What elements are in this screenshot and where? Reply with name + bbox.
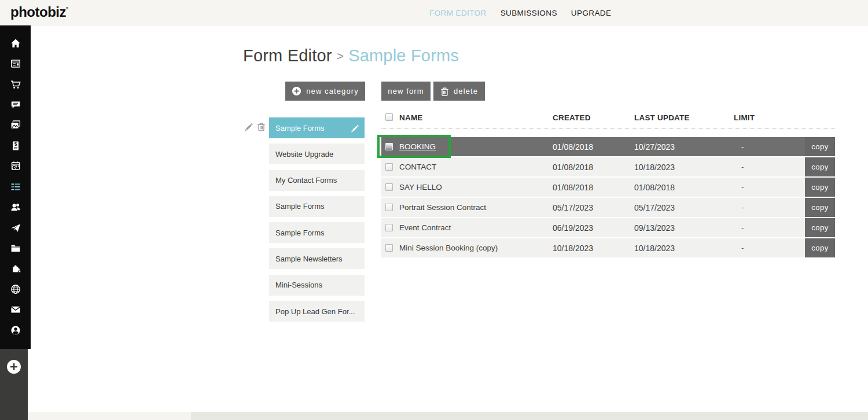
- table-row-portrait-session-contract[interactable]: Portrait Session Contract 05/17/2023 05/…: [381, 198, 835, 217]
- sidebar-item-scheduler[interactable]: [0, 156, 31, 176]
- category-item[interactable]: Sample Forms: [269, 222, 365, 243]
- copy-button[interactable]: copy: [805, 238, 835, 257]
- row-checkbox[interactable]: [385, 163, 393, 171]
- form-name-link[interactable]: BOOKING: [399, 137, 436, 156]
- created-date: 10/18/2023: [553, 238, 593, 257]
- header-last-update: LAST UPDATE: [634, 113, 690, 122]
- copy-button[interactable]: copy: [805, 218, 835, 237]
- delete-category-icon[interactable]: [257, 122, 266, 131]
- sidebar-bottom: [0, 349, 28, 420]
- table-header: NAME CREATED LAST UPDATE LIMIT: [381, 113, 835, 123]
- table-row-event-contract[interactable]: Event Contract 06/19/2023 09/13/2023 - c…: [381, 218, 835, 237]
- row-checkbox[interactable]: [385, 204, 393, 211]
- row-checkbox[interactable]: [385, 143, 393, 150]
- brand-name: photobiz: [10, 4, 66, 20]
- table-row-booking[interactable]: BOOKING 01/08/2018 10/27/2023 - copy: [381, 137, 835, 156]
- edit-category-icon[interactable]: [244, 122, 253, 131]
- trash-icon: [440, 87, 449, 96]
- copy-button[interactable]: copy: [805, 157, 835, 176]
- category-label: Mini-Sessions: [275, 281, 322, 289]
- nav-upgrade[interactable]: UPGRADE: [571, 9, 612, 17]
- envelope-icon: [10, 304, 21, 315]
- form-name-link[interactable]: CONTACT: [399, 157, 436, 176]
- table-row-mini-session-booking[interactable]: Mini Session Booking (copy) 10/18/2023 1…: [381, 238, 835, 257]
- sidebar-item-domains[interactable]: [0, 279, 31, 299]
- row-checkbox[interactable]: [385, 224, 393, 231]
- last-update-date: 05/17/2023: [634, 198, 675, 217]
- limit-value: -: [741, 238, 744, 257]
- delete-button[interactable]: delete: [433, 82, 485, 101]
- nav-form-editor[interactable]: FORM EDITOR: [429, 9, 487, 17]
- sidebar-item-mail[interactable]: [0, 300, 31, 320]
- category-item[interactable]: My Contact Forms: [269, 170, 365, 191]
- table-row-say-hello[interactable]: SAY HELLO 01/08/2018 01/08/2018 - copy: [381, 178, 835, 197]
- sidebar-item-chat[interactable]: [0, 94, 31, 115]
- created-date: 01/08/2018: [553, 137, 593, 156]
- sidebar-item-forms[interactable]: [0, 176, 31, 197]
- add-product-button[interactable]: [5, 358, 23, 378]
- header-limit: LIMIT: [734, 113, 755, 122]
- new-category-button[interactable]: new category: [285, 82, 365, 101]
- sidebar-item-files[interactable]: [0, 238, 31, 258]
- copy-button[interactable]: copy: [805, 198, 835, 217]
- svg-text:$: $: [14, 141, 17, 147]
- category-label: Website Upgrade: [275, 150, 333, 159]
- created-date: 01/08/2018: [553, 178, 593, 197]
- category-item-selected[interactable]: Sample Forms: [269, 117, 365, 138]
- limit-value: -: [741, 157, 744, 176]
- form-name-link[interactable]: Event Contract: [399, 218, 451, 237]
- copy-button[interactable]: copy: [805, 137, 835, 156]
- sidebar-item-account[interactable]: [0, 320, 31, 340]
- form-name-link[interactable]: Portrait Session Contract: [399, 198, 486, 217]
- photobiz-logo[interactable]: photobiz°: [10, 4, 68, 20]
- form-name-link[interactable]: SAY HELLO: [399, 178, 442, 197]
- category-item[interactable]: Mini-Sessions: [269, 275, 365, 296]
- form-name-link[interactable]: Mini Session Booking (copy): [399, 238, 498, 257]
- breadcrumb-current: Sample Forms: [348, 46, 459, 65]
- new-category-label: new category: [306, 87, 359, 95]
- category-item[interactable]: Sample Newsletters: [269, 248, 365, 269]
- sidebar-item-invoices[interactable]: $: [0, 135, 31, 156]
- last-update-date: 10/18/2023: [634, 238, 675, 257]
- plus-circle-icon: [292, 86, 301, 96]
- sidebar-item-website[interactable]: [0, 53, 31, 73]
- account-icon: [10, 325, 21, 336]
- category-list: Sample Forms Website Upgrade My Contact …: [269, 117, 365, 322]
- header-created: CREATED: [553, 113, 591, 122]
- sidebar-item-marketing[interactable]: [0, 218, 31, 238]
- header-divider: [381, 128, 835, 129]
- delete-label: delete: [454, 87, 478, 95]
- brand-mark: °: [66, 6, 68, 13]
- top-bar: photobiz° FORM EDITOR SUBMISSIONS UPGRAD…: [0, 0, 868, 25]
- breadcrumb-form-editor[interactable]: Form Editor: [243, 46, 332, 65]
- rename-category-icon[interactable]: [350, 124, 359, 132]
- sidebar-item-images[interactable]: [0, 115, 31, 135]
- sidebar-item-home[interactable]: [0, 33, 31, 53]
- sidebar: $: [0, 25, 31, 349]
- category-item[interactable]: Sample Forms: [269, 196, 365, 217]
- sidebar-item-clients[interactable]: [0, 197, 31, 218]
- table-row-contact[interactable]: CONTACT 01/08/2018 10/18/2023 - copy: [381, 157, 835, 176]
- new-form-label: new form: [388, 87, 424, 95]
- limit-value: -: [741, 218, 744, 237]
- app-window: photobiz° FORM EDITOR SUBMISSIONS UPGRAD…: [0, 0, 868, 420]
- row-checkbox[interactable]: [385, 244, 393, 252]
- table-body: BOOKING 01/08/2018 10/27/2023 - copy CON…: [381, 137, 835, 259]
- select-all-checkbox[interactable]: [385, 113, 393, 121]
- category-item[interactable]: Pop Up Lead Gen For...: [269, 301, 365, 322]
- breadcrumb: Form Editor>Sample Forms: [243, 46, 459, 65]
- sidebar-item-cart[interactable]: [0, 74, 31, 94]
- row-checkbox[interactable]: [385, 183, 393, 191]
- new-form-button[interactable]: new form: [381, 82, 431, 101]
- sidebar-item-addons[interactable]: [0, 259, 31, 279]
- limit-value: -: [741, 198, 744, 217]
- nav-submissions[interactable]: SUBMISSIONS: [501, 9, 557, 17]
- category-item[interactable]: Website Upgrade: [269, 143, 365, 164]
- created-date: 01/08/2018: [553, 157, 593, 176]
- website-icon: [10, 58, 21, 69]
- last-update-date: 01/08/2018: [634, 178, 675, 197]
- home-icon: [10, 38, 21, 49]
- header-name: NAME: [399, 113, 423, 122]
- copy-button[interactable]: copy: [805, 178, 835, 197]
- users-icon: [10, 201, 21, 213]
